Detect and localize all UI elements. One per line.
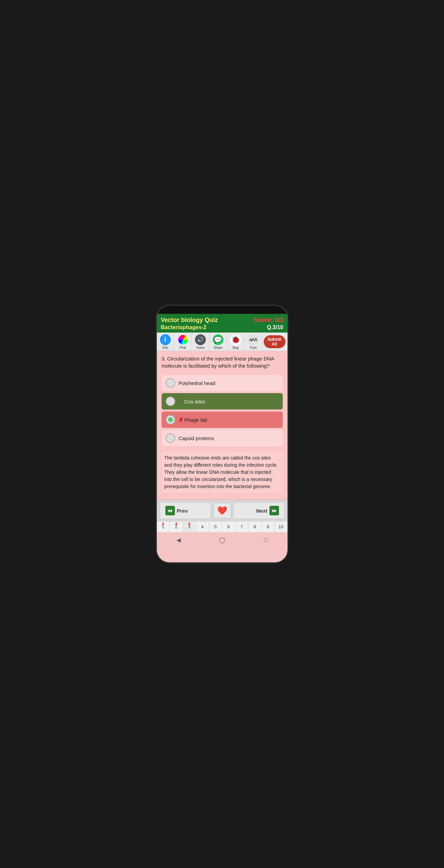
option-a[interactable]: Polyhedral head bbox=[162, 375, 283, 391]
system-bar: ◀ ◯ □ bbox=[157, 532, 287, 547]
pink-icon bbox=[178, 334, 188, 345]
back-button[interactable]: ◀ bbox=[174, 535, 183, 545]
explanation-text: The lambda cohesive ends are called the … bbox=[162, 452, 283, 493]
toolbar-bug[interactable]: 🐞 Bug bbox=[227, 333, 245, 351]
next-button[interactable]: Next ⏭ bbox=[233, 502, 285, 519]
toolbar-share[interactable]: 💬 Share bbox=[210, 333, 227, 351]
page-9[interactable]: 9 bbox=[262, 521, 275, 532]
info-icon: i bbox=[160, 334, 171, 345]
prev-button[interactable]: ⏮ Prev bbox=[160, 502, 211, 519]
page-1[interactable]: ✗1 bbox=[157, 521, 170, 532]
wrong-mark-1: ✗ bbox=[162, 522, 164, 526]
home-button[interactable]: ◯ bbox=[217, 535, 227, 545]
toolbar: i Info Pink 🔊 Voice 💬 Share 🐞 Bug bbox=[157, 333, 287, 351]
option-d-text: Capsid proteins bbox=[179, 435, 214, 441]
x-mark: ✗ bbox=[179, 417, 183, 423]
bug-icon: 🐞 bbox=[230, 334, 241, 345]
share-icon: 💬 bbox=[213, 334, 224, 345]
prev-label: Prev bbox=[177, 508, 188, 514]
option-b[interactable]: ✓ Cos sites bbox=[162, 393, 283, 409]
page-5[interactable]: 5 bbox=[209, 521, 223, 532]
info-label: Info bbox=[162, 346, 168, 350]
option-c-text: Phage tail bbox=[184, 417, 207, 423]
options-list: Polyhedral head ✓ Cos sites ✗ Phage tail bbox=[162, 375, 283, 446]
page-7[interactable]: 7 bbox=[235, 521, 249, 532]
next-label: Next bbox=[256, 508, 267, 514]
share-label: Share bbox=[214, 346, 223, 350]
wrong-mark-3: ✗ bbox=[188, 522, 191, 526]
question-number: Q.3/10 bbox=[267, 324, 283, 331]
page-8[interactable]: 8 bbox=[248, 521, 262, 532]
bug-label: Bug bbox=[233, 346, 239, 350]
bottom-nav: ⏮ Prev ❤️ Next ⏭ bbox=[157, 500, 287, 521]
phone-frame: Vector biology Quiz Score: 0/3 Bacteriop… bbox=[156, 305, 289, 563]
wrong-mark-2: ✗ bbox=[175, 522, 178, 526]
heart-icon: ❤️ bbox=[217, 506, 227, 515]
toolbar-voice[interactable]: 🔊 Voice bbox=[192, 333, 210, 351]
app-title: Vector biology Quiz bbox=[161, 317, 218, 324]
radio-a bbox=[166, 378, 175, 388]
page-4[interactable]: 4 bbox=[196, 521, 209, 532]
toolbar-pink[interactable]: Pink bbox=[174, 333, 192, 351]
score-label: Score: 0/3 bbox=[254, 317, 283, 324]
next-icon: ⏭ bbox=[269, 506, 279, 515]
toolbar-submit[interactable]: Submit All bbox=[262, 333, 287, 351]
question-body: Circularization of the injected linear p… bbox=[162, 356, 274, 369]
voice-label: Voice bbox=[196, 346, 204, 350]
toolbar-font[interactable]: aAA Font bbox=[245, 333, 262, 351]
prev-icon: ⏮ bbox=[165, 506, 175, 515]
page-3[interactable]: ✗3 bbox=[183, 521, 196, 532]
option-a-text: Polyhedral head bbox=[179, 380, 215, 386]
page-6[interactable]: 6 bbox=[222, 521, 235, 532]
recents-button[interactable]: □ bbox=[261, 535, 270, 545]
radio-b bbox=[166, 397, 175, 406]
page-numbers: ✗1 ✗2 ✗3 4 5 6 7 8 9 10 bbox=[157, 521, 287, 532]
app-subtitle: Bacteriophages-2 bbox=[161, 324, 207, 331]
page-10[interactable]: 10 bbox=[275, 521, 287, 532]
question-text: 3. Circularization of the injected linea… bbox=[162, 355, 283, 369]
submit-all-button[interactable]: Submit All bbox=[264, 335, 285, 348]
check-mark: ✓ bbox=[179, 398, 183, 405]
question-number-inline: 3 bbox=[162, 356, 164, 361]
option-d[interactable]: Capsid proteins bbox=[162, 430, 283, 446]
radio-c bbox=[166, 415, 175, 424]
option-c[interactable]: ✗ Phage tail bbox=[162, 412, 283, 428]
content-area: 3. Circularization of the injected linea… bbox=[157, 351, 287, 500]
toolbar-info[interactable]: i Info bbox=[157, 333, 175, 351]
voice-icon: 🔊 bbox=[195, 334, 206, 345]
radio-d bbox=[166, 433, 175, 443]
page-2[interactable]: ✗2 bbox=[170, 521, 183, 532]
app-header: Vector biology Quiz Score: 0/3 Bacteriop… bbox=[157, 314, 287, 333]
option-b-text: Cos sites bbox=[184, 399, 205, 404]
font-icon: aAA bbox=[248, 334, 259, 345]
heart-button[interactable]: ❤️ bbox=[213, 503, 231, 518]
pink-label: Pink bbox=[180, 346, 186, 350]
phone-screen: Vector biology Quiz Score: 0/3 Bacteriop… bbox=[157, 306, 287, 562]
font-label: Font bbox=[250, 346, 257, 350]
status-bar bbox=[157, 306, 287, 314]
